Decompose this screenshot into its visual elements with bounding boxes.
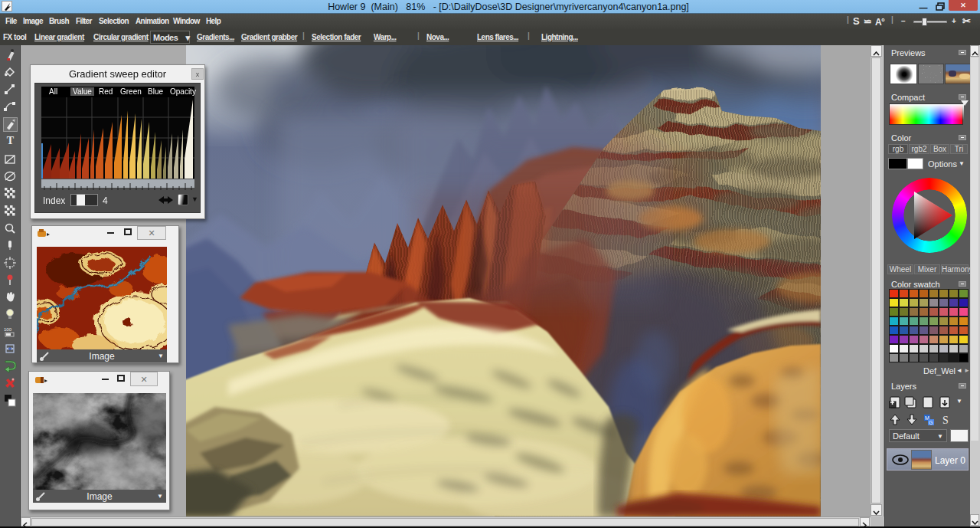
svg-text:G: G xyxy=(929,420,933,425)
svg-text:100: 100 xyxy=(4,327,12,332)
svg-text:S: S xyxy=(942,415,949,426)
